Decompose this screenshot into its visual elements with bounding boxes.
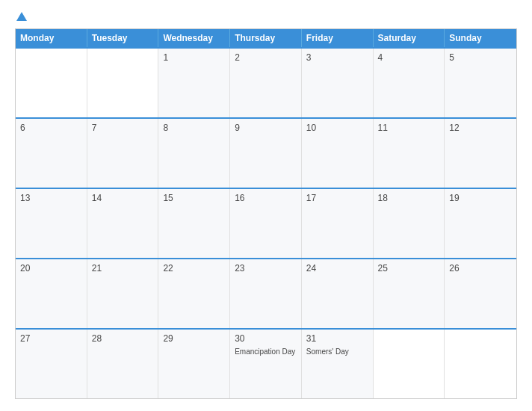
cal-cell: 31Somers' Day [302, 330, 374, 398]
cal-cell: 17 [302, 189, 374, 258]
logo-triangle-icon [16, 12, 27, 21]
day-number: 21 [92, 263, 154, 274]
day-number: 11 [378, 123, 440, 133]
day-number: 18 [378, 193, 440, 203]
day-number: 12 [449, 123, 512, 133]
calendar-page: MondayTuesdayWednesdayThursdayFridaySatu… [0, 0, 532, 411]
cal-cell: 24 [302, 259, 374, 328]
cal-cell [87, 49, 159, 117]
cal-cell: 8 [158, 119, 230, 188]
day-number: 9 [235, 123, 297, 133]
day-number: 22 [163, 263, 225, 274]
day-number: 20 [20, 263, 82, 274]
cal-cell [374, 330, 445, 398]
day-number: 2 [235, 52, 297, 63]
cal-cell: 25 [374, 259, 445, 328]
day-number: 15 [163, 193, 225, 203]
cal-cell: 4 [374, 49, 445, 117]
day-number: 24 [306, 263, 368, 274]
header [15, 12, 517, 21]
cal-cell: 9 [230, 119, 302, 188]
cal-cell: 30Emancipation Day [230, 330, 302, 398]
day-number: 25 [378, 263, 440, 274]
cal-cell: 11 [374, 119, 445, 188]
day-number: 30 [235, 333, 297, 344]
cal-cell: 16 [230, 189, 302, 258]
event-label: Emancipation Day [235, 347, 297, 356]
cal-cell: 19 [445, 189, 516, 258]
cal-header-sunday: Sunday [445, 29, 516, 47]
day-number: 3 [306, 52, 368, 63]
calendar-body: 1234567891011121314151617181920212223242… [16, 47, 516, 398]
event-label: Somers' Day [306, 347, 368, 356]
day-number: 27 [20, 333, 82, 344]
day-number: 14 [92, 193, 154, 203]
day-number: 31 [306, 333, 368, 344]
cal-week-4: 20212223242526 [16, 258, 516, 328]
cal-header-friday: Friday [302, 29, 374, 47]
cal-cell: 2 [230, 49, 302, 117]
calendar-header-row: MondayTuesdayWednesdayThursdayFridaySatu… [16, 29, 516, 47]
cal-cell: 18 [374, 189, 445, 258]
cal-week-5: 27282930Emancipation Day31Somers' Day [16, 328, 516, 398]
cal-cell: 29 [158, 330, 230, 398]
cal-cell [445, 330, 516, 398]
day-number: 7 [92, 123, 154, 133]
day-number: 26 [449, 263, 512, 274]
cal-cell: 6 [16, 119, 87, 188]
cal-cell: 13 [16, 189, 87, 258]
day-number: 17 [306, 193, 368, 203]
cal-cell: 20 [16, 259, 87, 328]
day-number: 6 [20, 123, 82, 133]
cal-cell: 28 [87, 330, 159, 398]
cal-cell: 12 [445, 119, 516, 188]
cal-cell: 1 [158, 49, 230, 117]
cal-cell: 7 [87, 119, 159, 188]
day-number: 10 [306, 123, 368, 133]
cal-cell: 15 [158, 189, 230, 258]
cal-cell: 5 [445, 49, 516, 117]
logo [15, 12, 27, 21]
cal-cell: 3 [302, 49, 374, 117]
day-number: 1 [163, 52, 225, 63]
day-number: 28 [92, 333, 154, 344]
day-number: 5 [449, 52, 512, 63]
cal-header-monday: Monday [16, 29, 87, 47]
calendar-grid: MondayTuesdayWednesdayThursdayFridaySatu… [15, 28, 517, 399]
cal-header-saturday: Saturday [374, 29, 445, 47]
cal-header-wednesday: Wednesday [158, 29, 230, 47]
cal-header-tuesday: Tuesday [87, 29, 159, 47]
day-number: 8 [163, 123, 225, 133]
day-number: 29 [163, 333, 225, 344]
cal-week-3: 13141516171819 [16, 188, 516, 258]
day-number: 23 [235, 263, 297, 274]
day-number: 13 [20, 193, 82, 203]
day-number: 19 [449, 193, 512, 203]
cal-header-thursday: Thursday [230, 29, 302, 47]
cal-cell: 27 [16, 330, 87, 398]
day-number: 16 [235, 193, 297, 203]
cal-cell [16, 49, 87, 117]
cal-week-2: 6789101112 [16, 117, 516, 188]
cal-cell: 22 [158, 259, 230, 328]
cal-cell: 26 [445, 259, 516, 328]
day-number: 4 [378, 52, 440, 63]
cal-cell: 14 [87, 189, 159, 258]
cal-week-1: 12345 [16, 47, 516, 117]
cal-cell: 10 [302, 119, 374, 188]
cal-cell: 21 [87, 259, 159, 328]
cal-cell: 23 [230, 259, 302, 328]
